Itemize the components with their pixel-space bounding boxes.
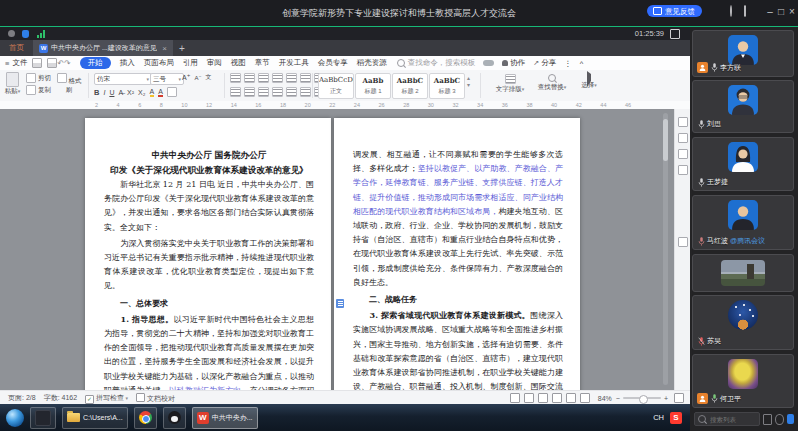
eye-protect-icon[interactable] [510, 393, 520, 403]
panel-comment-icon[interactable] [678, 149, 688, 159]
language-indicator[interactable]: CH [653, 413, 664, 422]
paste-button[interactable]: 粘贴▾ [4, 72, 21, 98]
outline-view-icon[interactable] [538, 393, 548, 403]
doc-list-icon[interactable] [763, 414, 772, 425]
cut-button[interactable]: 剪切 [26, 73, 51, 83]
collab-button[interactable]: 协作 [502, 58, 525, 68]
document-tab[interactable]: W 中共中央办公厅 ...建设改革的意见》 × [33, 40, 173, 56]
redo-icon[interactable]: ↷ [64, 59, 71, 68]
participant-search[interactable] [694, 412, 760, 426]
switch-view-icon[interactable] [739, 6, 750, 17]
find-replace-button[interactable]: 查找替换▾ [534, 74, 570, 92]
zoom-in-button[interactable]: + [664, 395, 668, 402]
right-page[interactable]: 调发展、相互融通，让不同禀赋和需要的学生能够多次选择、多样化成才；坚持以教促产、… [334, 118, 580, 390]
menu-home[interactable]: 开始 [80, 57, 111, 69]
font-format-row[interactable]: BIU A̶X²X₂ A A [94, 87, 177, 97]
participant-tile[interactable]: 何卫平 [692, 354, 794, 408]
participant-tile[interactable]: 李方联 [692, 30, 794, 77]
participant-search-input[interactable] [708, 415, 756, 424]
tab-close-icon[interactable]: × [162, 44, 167, 53]
participant-tile[interactable]: 马红波@腾讯会议 [692, 195, 794, 250]
print-icon[interactable] [47, 58, 57, 68]
participant-name: 李方联 [720, 63, 741, 73]
save-icon[interactable] [32, 58, 42, 68]
share-button[interactable]: ↗分享 [533, 58, 556, 68]
taskbar-app-dark[interactable] [30, 407, 56, 429]
panel-tab-icon[interactable] [678, 117, 688, 127]
font-size-select[interactable]: 三号▾ [150, 73, 184, 85]
avatar [728, 85, 758, 115]
annotate-icon[interactable] [725, 6, 736, 17]
font-name-select[interactable]: 仿宋▾ [94, 73, 152, 85]
pin-icon[interactable] [711, 6, 722, 17]
zoom-knob[interactable] [639, 395, 648, 404]
menu-review[interactable]: 审阅 [207, 58, 222, 68]
comment-marker-icon[interactable] [336, 299, 344, 308]
proofread-button[interactable]: 文档校对 [136, 393, 175, 404]
menu-view[interactable]: 视图 [231, 58, 246, 68]
page-view-icon[interactable] [524, 393, 534, 403]
collapse-ribbon-icon[interactable]: ^ [580, 59, 584, 68]
undo-icon[interactable]: ↶ [57, 59, 64, 68]
start-button[interactable] [6, 409, 24, 427]
file-menu[interactable]: ≡文件 [5, 58, 27, 68]
new-tab-button[interactable]: + [179, 43, 185, 54]
align-right-icon [258, 87, 269, 97]
refresh-icon[interactable] [775, 414, 784, 425]
feedback-button[interactable]: 意见反馈 [647, 5, 702, 17]
zoom-slider[interactable] [623, 397, 661, 399]
participant-tile[interactable]: 苏昊 [692, 295, 794, 350]
menu-page-layout[interactable]: 页面布局 [144, 58, 174, 68]
doc-heading: 一、总体要求 [104, 296, 314, 310]
menu-references[interactable]: 引用 [183, 58, 198, 68]
fullscreen-icon[interactable] [670, 29, 680, 39]
panel-settings-icon[interactable] [678, 165, 688, 175]
menu-section[interactable]: 章节 [255, 58, 270, 68]
pen-view-icon[interactable] [580, 393, 590, 403]
mic-icon [697, 177, 705, 187]
style-heading1[interactable]: AaBb标题 1 [355, 73, 391, 99]
cloud-sync-icon[interactable] [483, 60, 494, 66]
participant-tile[interactable] [692, 254, 794, 292]
spellcheck-toggle[interactable]: ✓拼写检查 ▾ [85, 393, 128, 404]
style-heading3[interactable]: AaBbC标题 3 [429, 73, 465, 99]
menu-member[interactable]: 会员专享 [318, 58, 348, 68]
menu-insert[interactable]: 插入 [120, 58, 135, 68]
two-page-view-icon[interactable] [552, 393, 562, 403]
scrollbar-thumb[interactable] [663, 119, 668, 161]
taskbar-explorer[interactable]: C:\Users\A... [62, 407, 128, 429]
fit-screen-icon[interactable] [674, 393, 684, 403]
copy-button[interactable]: 复制 [26, 85, 51, 95]
select-button[interactable]: 选择▾ [576, 74, 602, 90]
text-typeset-button[interactable]: 文字排版▾ [492, 74, 528, 94]
style-heading2[interactable]: AaBbC标题 2 [392, 73, 428, 99]
participant-tile[interactable]: 刘思 [692, 80, 794, 133]
font-grow-shrink[interactable]: A⁺A⁻文 [182, 73, 212, 82]
panel-edit-icon[interactable] [678, 133, 688, 143]
taskbar-chrome[interactable] [134, 407, 157, 429]
participant-tile[interactable]: 王梦捷 [692, 137, 794, 191]
more-menu-icon[interactable]: ⋮ [564, 59, 572, 68]
format-painter-button[interactable]: 格式刷 [56, 73, 82, 95]
grid-view-icon[interactable] [753, 6, 764, 17]
style-normal[interactable]: AaBbCcDd正文 [318, 73, 354, 99]
zoom-out-button[interactable]: − [616, 395, 620, 402]
home-page-tab[interactable]: 首页 [0, 40, 33, 56]
wps-tabbar: 首页 W 中共中央办公厅 ...建设改革的意见》 × + [0, 40, 690, 56]
input-method-icon[interactable]: S [670, 412, 682, 424]
close-button[interactable]: × [786, 5, 798, 18]
taskbar-qq[interactable] [163, 407, 186, 429]
command-search[interactable]: 查找命令，搜索模板 [397, 58, 476, 68]
left-page[interactable]: 中共中央办公厅 国务院办公厅 印发《关于深化现代职业教育体系建设改革的意见》 新… [85, 118, 331, 390]
web-view-icon[interactable] [566, 393, 576, 403]
menu-dev-tools[interactable]: 开发工具 [279, 58, 309, 68]
doc-heading: 二、战略任务 [353, 292, 563, 306]
vertical-scrollbar[interactable] [663, 113, 668, 385]
panel-helper-icon[interactable] [678, 237, 688, 247]
word-count[interactable]: 字数: 4162 [44, 393, 77, 403]
taskbar-wps-window[interactable]: W 中共中央办... [192, 407, 258, 429]
zoom-level[interactable]: 84% [598, 395, 612, 402]
style-gallery-arrows[interactable]: ▴▾ [467, 75, 470, 89]
meeting-logo-icon[interactable] [787, 414, 795, 424]
menu-docer[interactable]: 稻壳资源 [357, 58, 387, 68]
